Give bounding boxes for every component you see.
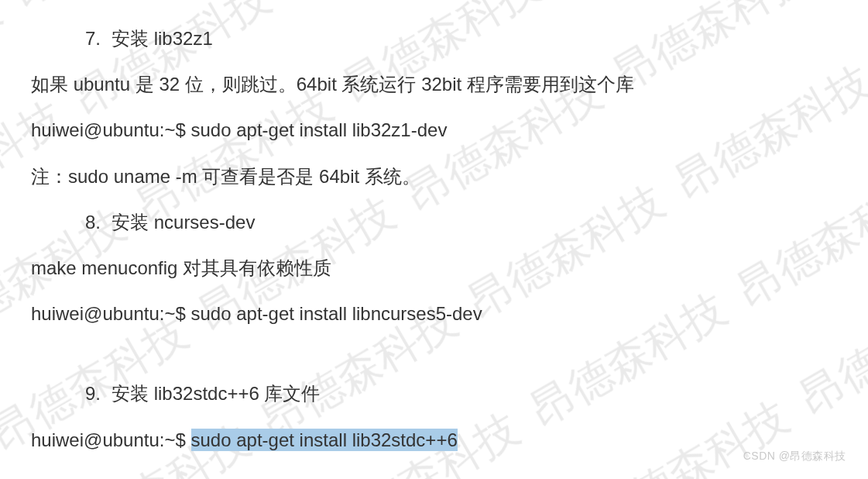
- step-num: 9.: [85, 377, 101, 410]
- step-8-cmd: huiwei@ubuntu:~$ sudo apt-get install li…: [31, 297, 837, 330]
- step-title: 安装 ncurses-dev: [112, 205, 255, 239]
- step-title: 安装 lib32stdc++6 库文件: [112, 377, 320, 410]
- step-8-heading: 8. 安装 ncurses-dev: [31, 205, 837, 239]
- step-7-desc: 如果 ubuntu 是 32 位，则跳过。64bit 系统运行 32bit 程序…: [31, 67, 837, 101]
- step-7-cmd: huiwei@ubuntu:~$ sudo apt-get install li…: [31, 113, 837, 146]
- footer-credit: CSDN @昂德森科技: [743, 450, 846, 463]
- step-7-heading: 7. 安装 lib32z1: [31, 22, 837, 55]
- selected-text[interactable]: sudo apt-get install lib32stdc++6: [191, 429, 458, 451]
- step-num: 8.: [85, 205, 101, 239]
- prompt: huiwei@ubuntu:~$: [31, 429, 191, 450]
- step-title: 安装 lib32z1: [112, 22, 213, 55]
- step-num: 7.: [85, 22, 101, 55]
- step-9-heading: 9. 安装 lib32stdc++6 库文件: [31, 377, 837, 410]
- step-7-note: 注：sudo uname -m 可查看是否是 64bit 系统。: [31, 160, 837, 193]
- step-8-desc: make menuconfig 对其具有依赖性质: [31, 251, 837, 284]
- step-9-cmd-line: huiwei@ubuntu:~$ sudo apt-get install li…: [31, 423, 837, 457]
- document-content: 7. 安装 lib32z1 如果 ubuntu 是 32 位，则跳过。64bit…: [0, 0, 868, 479]
